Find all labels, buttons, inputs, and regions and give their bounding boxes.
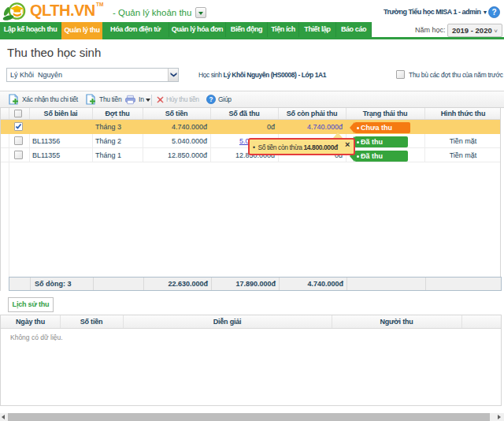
svg-text:?: ? [209,96,213,103]
svg-text:?: ? [491,8,496,17]
